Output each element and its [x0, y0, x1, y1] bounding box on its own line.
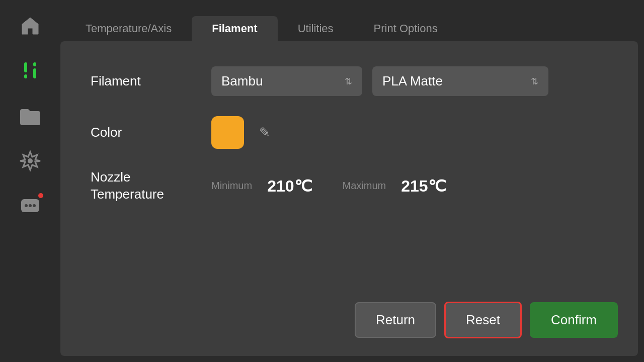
svg-rect-2	[33, 68, 36, 78]
filament-brand-dropdown[interactable]: Bambu ⇅	[211, 66, 362, 96]
filament-label: Filament	[91, 73, 201, 89]
tab-filament[interactable]: Filament	[192, 16, 277, 41]
filament-brand-arrow: ⇅	[345, 76, 352, 87]
nozzle-temp-row: Nozzle Temperature Minimum 210℃ Maximum …	[91, 169, 608, 203]
max-label: Maximum	[343, 180, 386, 192]
chat-icon[interactable]	[15, 191, 45, 221]
filament-type-arrow: ⇅	[531, 76, 538, 87]
tab-utilities[interactable]: Utilities	[278, 16, 354, 41]
svg-rect-0	[24, 62, 27, 72]
color-row: Color ✎	[91, 116, 608, 149]
svg-point-7	[25, 204, 28, 207]
svg-point-9	[33, 204, 36, 207]
color-edit-icon[interactable]: ✎	[259, 125, 270, 140]
min-value: 210℃	[267, 176, 312, 196]
tab-temperature-axis[interactable]: Temperature/Axis	[65, 16, 192, 41]
settings-icon[interactable]	[15, 146, 45, 176]
filament-type-value: PLA Matte	[382, 73, 443, 89]
filament-row: Filament Bambu ⇅ PLA Matte ⇅	[91, 66, 608, 96]
sidebar	[0, 0, 60, 362]
return-button[interactable]: Return	[355, 302, 436, 338]
folder-icon[interactable]	[15, 101, 45, 131]
temp-values: Minimum 210℃ Maximum 215℃	[211, 176, 446, 196]
filament-brand-value: Bambu	[221, 73, 263, 89]
bottom-buttons: Return Reset Confirm	[355, 302, 618, 338]
tab-print-options[interactable]: Print Options	[354, 16, 458, 41]
color-swatch[interactable]	[211, 116, 244, 149]
tab-bar: Temperature/Axis Filament Utilities Prin…	[60, 0, 644, 41]
content-panel: Filament Bambu ⇅ PLA Matte ⇅ Color ✎ Noz…	[60, 41, 638, 356]
min-label: Minimum	[211, 180, 252, 192]
svg-point-8	[29, 204, 32, 207]
confirm-button[interactable]: Confirm	[530, 302, 618, 338]
adjust-icon[interactable]	[15, 55, 45, 85]
svg-rect-3	[33, 62, 36, 66]
nozzle-temp-label: Nozzle Temperature	[91, 169, 201, 203]
svg-point-5	[28, 158, 33, 163]
filament-type-dropdown[interactable]: PLA Matte ⇅	[372, 66, 548, 96]
main-panel: Temperature/Axis Filament Utilities Prin…	[60, 0, 644, 362]
home-icon[interactable]	[15, 10, 45, 40]
svg-rect-1	[24, 74, 27, 78]
reset-button[interactable]: Reset	[444, 302, 522, 338]
max-value: 215℃	[401, 176, 446, 196]
color-label: Color	[91, 125, 201, 140]
